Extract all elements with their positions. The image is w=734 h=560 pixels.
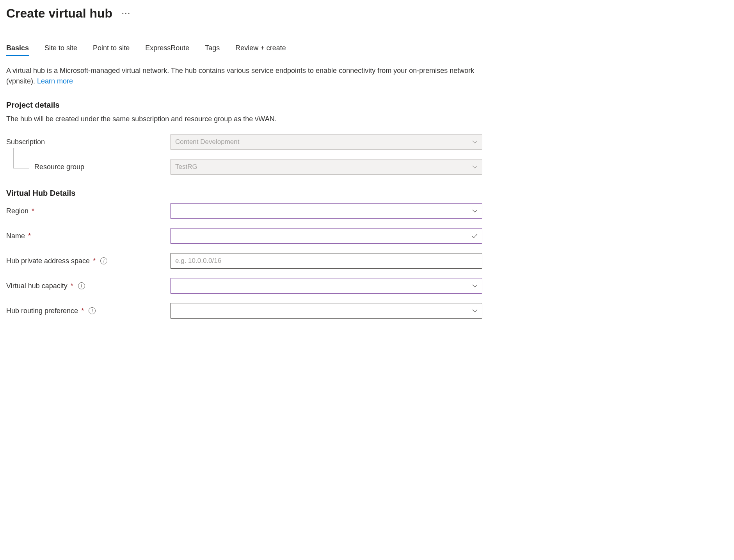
name-label-text: Name xyxy=(6,232,25,240)
region-select[interactable] xyxy=(170,203,482,219)
more-options-icon[interactable]: ··· xyxy=(122,9,131,18)
project-details-subtext: The hub will be created under the same s… xyxy=(6,115,728,123)
tab-basics[interactable]: Basics xyxy=(6,44,29,56)
tab-bar: Basics Site to site Point to site Expres… xyxy=(6,44,728,56)
description-text: A virtual hub is a Microsoft-managed vir… xyxy=(6,67,474,85)
routing-pref-select[interactable] xyxy=(170,303,482,319)
capacity-label-text: Virtual hub capacity xyxy=(6,282,68,290)
region-label: Region * xyxy=(6,207,170,215)
resource-group-value: TestRG xyxy=(175,163,197,171)
tab-point-to-site[interactable]: Point to site xyxy=(93,44,130,56)
subscription-label: Subscription xyxy=(6,138,170,146)
tab-site-to-site[interactable]: Site to site xyxy=(44,44,77,56)
resource-group-label: Resource group xyxy=(6,163,170,171)
tree-connector-icon xyxy=(13,148,29,168)
region-label-text: Region xyxy=(6,207,28,215)
tab-tags[interactable]: Tags xyxy=(205,44,220,56)
info-icon[interactable]: i xyxy=(78,282,85,289)
subscription-label-text: Subscription xyxy=(6,138,45,146)
tab-expressroute[interactable]: ExpressRoute xyxy=(145,44,189,56)
address-space-input[interactable] xyxy=(170,253,482,269)
project-details-section: Project details The hub will be created … xyxy=(6,101,728,175)
virtual-hub-details-heading: Virtual Hub Details xyxy=(6,189,728,198)
page-description: A virtual hub is a Microsoft-managed vir… xyxy=(6,66,475,87)
routing-pref-label: Hub routing preference * i xyxy=(6,307,170,315)
subscription-select: Content Development xyxy=(170,134,482,150)
address-space-label: Hub private address space * i xyxy=(6,257,170,265)
routing-pref-label-text: Hub routing preference xyxy=(6,307,78,315)
info-icon[interactable]: i xyxy=(100,257,107,264)
virtual-hub-details-section: Virtual Hub Details Region * Name * xyxy=(6,189,728,319)
name-input[interactable] xyxy=(170,228,482,244)
project-details-heading: Project details xyxy=(6,101,728,110)
resource-group-select: TestRG xyxy=(170,159,482,175)
address-space-label-text: Hub private address space xyxy=(6,257,90,265)
tab-review-create[interactable]: Review + create xyxy=(235,44,286,56)
required-marker-icon: * xyxy=(93,257,96,265)
page-title: Create virtual hub xyxy=(6,6,112,21)
resource-group-label-text: Resource group xyxy=(34,163,84,171)
name-label: Name * xyxy=(6,232,170,240)
info-icon[interactable]: i xyxy=(89,307,96,314)
subscription-value: Content Development xyxy=(175,138,239,146)
required-marker-icon: * xyxy=(71,282,73,290)
required-marker-icon: * xyxy=(81,307,84,315)
capacity-label: Virtual hub capacity * i xyxy=(6,282,170,290)
required-marker-icon: * xyxy=(28,232,31,240)
capacity-select[interactable] xyxy=(170,278,482,294)
required-marker-icon: * xyxy=(32,207,34,215)
learn-more-link[interactable]: Learn more xyxy=(37,77,73,85)
